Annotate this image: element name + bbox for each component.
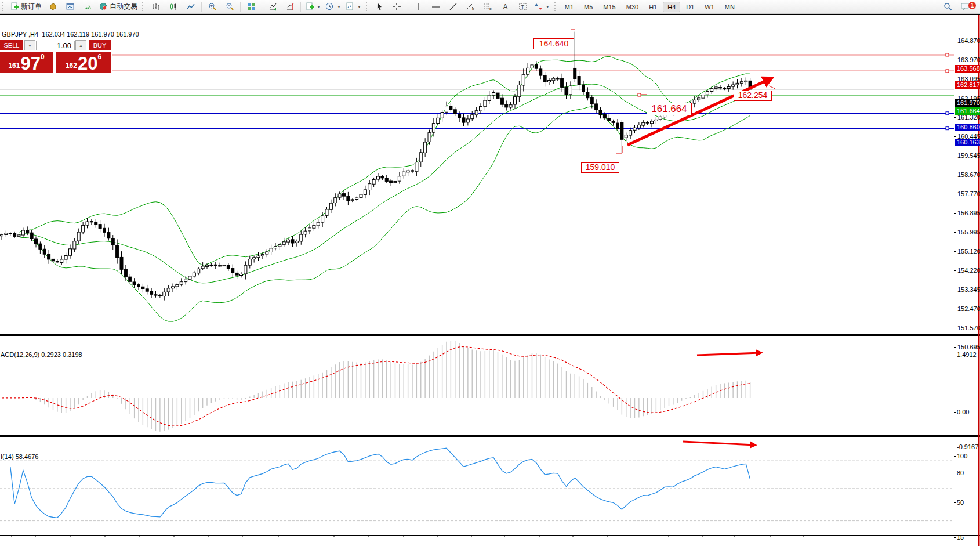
timeframe-M30[interactable]: M30 bbox=[622, 2, 643, 12]
macd-scale-label: 1.4912 bbox=[957, 351, 977, 358]
auto-scroll-button[interactable] bbox=[264, 1, 281, 13]
tline-icon bbox=[449, 2, 458, 12]
clock-icon bbox=[325, 2, 335, 12]
chartshift-icon bbox=[285, 2, 295, 12]
toolbar-drag-handle[interactable] bbox=[2, 2, 5, 11]
bar-chart-type-button[interactable] bbox=[148, 1, 164, 13]
indicators-button[interactable]: ▼ bbox=[303, 1, 322, 13]
template-icon bbox=[346, 2, 355, 12]
timeframe-MN[interactable]: MN bbox=[720, 2, 739, 12]
volume-input[interactable] bbox=[36, 41, 75, 51]
timeframe-W1[interactable]: W1 bbox=[700, 2, 719, 12]
search-button[interactable] bbox=[939, 1, 956, 13]
macd-scale-label: 0.00 bbox=[957, 408, 969, 415]
toolbar-drag-handle[interactable] bbox=[366, 2, 369, 11]
price-annotation-label[interactable]: 159.010 bbox=[581, 162, 619, 173]
rsi-scale-label: 80 bbox=[957, 469, 964, 476]
autotrade-icon bbox=[99, 2, 108, 12]
price-annotation-label[interactable]: 164.640 bbox=[533, 38, 574, 49]
autoscroll-icon bbox=[268, 2, 277, 12]
zoom-in-button[interactable] bbox=[204, 1, 220, 13]
timeframe-H4[interactable]: H4 bbox=[663, 2, 680, 12]
price-badge: 162.817 bbox=[955, 81, 980, 89]
timeframe-M15[interactable]: M15 bbox=[598, 2, 620, 12]
textA-icon: A bbox=[501, 2, 510, 12]
toolbar-drag-handle[interactable] bbox=[554, 2, 557, 11]
price-tick-label: 155.120 bbox=[957, 248, 980, 255]
price-badge: 163.568 bbox=[955, 65, 980, 73]
auto-trading-button[interactable]: 自动交易 bbox=[97, 1, 139, 13]
templates-button[interactable]: ▼ bbox=[344, 1, 363, 13]
price-tick-label: 154.220 bbox=[957, 267, 980, 274]
new-order-button[interactable]: 新订单 bbox=[8, 1, 43, 13]
price-tick-label: 156.895 bbox=[957, 209, 980, 216]
equidistant-channel-button[interactable]: E bbox=[463, 1, 479, 13]
price-tick-label: 155.995 bbox=[957, 229, 980, 236]
macd-indicator bbox=[2, 341, 750, 432]
ask-price-sup: 6 bbox=[97, 53, 101, 61]
rsi-scale-label: 15 bbox=[957, 534, 964, 541]
new-order-label: 新订单 bbox=[21, 2, 42, 12]
price-annotation-label[interactable]: 162.254 bbox=[734, 91, 772, 101]
price-tick-label: 158.670 bbox=[957, 171, 980, 178]
toolbar-separator bbox=[240, 2, 241, 12]
bid-price-button[interactable]: 161 97 0 bbox=[0, 52, 53, 73]
candlestick-type-button[interactable] bbox=[165, 1, 182, 13]
chevron-down-icon: ▼ bbox=[317, 5, 321, 9]
timeframe-D1[interactable]: D1 bbox=[681, 2, 699, 12]
toolbar-separator bbox=[262, 2, 262, 12]
zoom-out-icon bbox=[225, 2, 234, 12]
text-label-button[interactable]: T bbox=[515, 1, 531, 13]
cursor-button[interactable] bbox=[372, 1, 388, 13]
arrows-tool-button[interactable]: ▼ bbox=[532, 1, 551, 13]
one-click-trading-panel: SELL ▼ ▲ BUY 161 97 0 162 20 6 bbox=[0, 39, 112, 74]
svg-text:T: T bbox=[521, 4, 525, 10]
crosshair-icon bbox=[393, 2, 402, 12]
rsi-arrow[interactable] bbox=[683, 442, 755, 445]
search-icon bbox=[943, 2, 952, 12]
toolbar-separator bbox=[408, 2, 408, 12]
charts-button[interactable] bbox=[62, 1, 78, 13]
toolbar-separator bbox=[201, 2, 202, 12]
cursor-icon bbox=[375, 2, 384, 12]
ask-price-button[interactable]: 162 20 6 bbox=[56, 52, 111, 73]
price-tick-label: 152.470 bbox=[957, 305, 980, 312]
timeframe-M1[interactable]: M1 bbox=[560, 2, 578, 12]
horizontal-line-button[interactable] bbox=[428, 1, 444, 13]
notifications-button[interactable]: 1 bbox=[957, 1, 973, 13]
text-button[interactable]: A bbox=[498, 1, 514, 13]
macd-arrow[interactable] bbox=[697, 353, 761, 355]
volume-increase-button[interactable]: ▲ bbox=[75, 40, 86, 50]
volume-decrease-button[interactable]: ▼ bbox=[24, 40, 35, 50]
rsi-scale-label: 100 bbox=[957, 453, 967, 460]
timeframe-M5[interactable]: M5 bbox=[579, 2, 597, 12]
chart-shift-button[interactable] bbox=[282, 1, 298, 13]
price-tick-label: 164.870 bbox=[957, 37, 980, 44]
timeframe-H1[interactable]: H1 bbox=[644, 2, 662, 12]
price-badge: 161.664 bbox=[955, 107, 980, 115]
zoom-in-icon bbox=[208, 2, 217, 12]
horizontal-line-objects[interactable] bbox=[0, 53, 954, 130]
buy-button[interactable]: BUY bbox=[89, 40, 111, 50]
periods-button[interactable]: ▼ bbox=[324, 1, 343, 13]
toolbar-drag-handle[interactable] bbox=[142, 2, 145, 11]
bid-price-small: 161 bbox=[8, 62, 20, 70]
tile-icon bbox=[246, 2, 256, 12]
volume-field-wrap bbox=[36, 40, 75, 50]
fibonacci-button[interactable]: F bbox=[480, 1, 496, 13]
crosshair-button[interactable] bbox=[389, 1, 405, 13]
signals-button[interactable] bbox=[79, 1, 96, 13]
profiles-button[interactable] bbox=[45, 1, 61, 13]
linechart-icon bbox=[186, 2, 195, 12]
trend-line-button[interactable] bbox=[445, 1, 462, 13]
vertical-line-button[interactable] bbox=[411, 1, 427, 13]
chart-window[interactable]: GBPJPY-,H4 162.034 162.119 161.970 161.9… bbox=[0, 14, 980, 546]
rsi-indicator bbox=[0, 448, 954, 520]
chart-canvas[interactable] bbox=[0, 15, 980, 546]
price-annotation-label[interactable]: 161.664 bbox=[647, 103, 692, 115]
line-chart-type-button[interactable] bbox=[183, 1, 199, 13]
symbol-ohlc-info: GBPJPY-,H4 162.034 162.119 161.970 161.9… bbox=[2, 31, 139, 38]
tile-windows-button[interactable] bbox=[243, 1, 259, 13]
zoom-out-button[interactable] bbox=[222, 1, 238, 13]
sell-button[interactable]: SELL bbox=[0, 40, 23, 50]
